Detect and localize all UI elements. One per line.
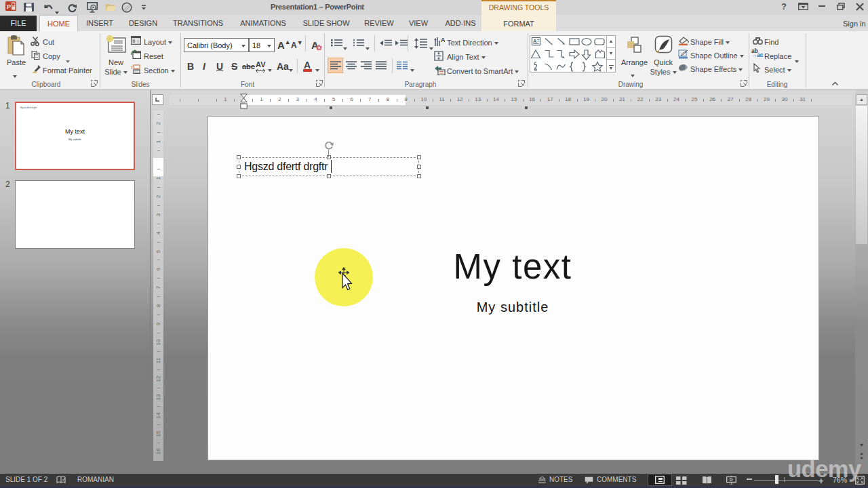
svg-text:P: P [7, 3, 11, 10]
svg-text:A: A [441, 37, 445, 43]
svg-text:A: A [533, 38, 537, 44]
